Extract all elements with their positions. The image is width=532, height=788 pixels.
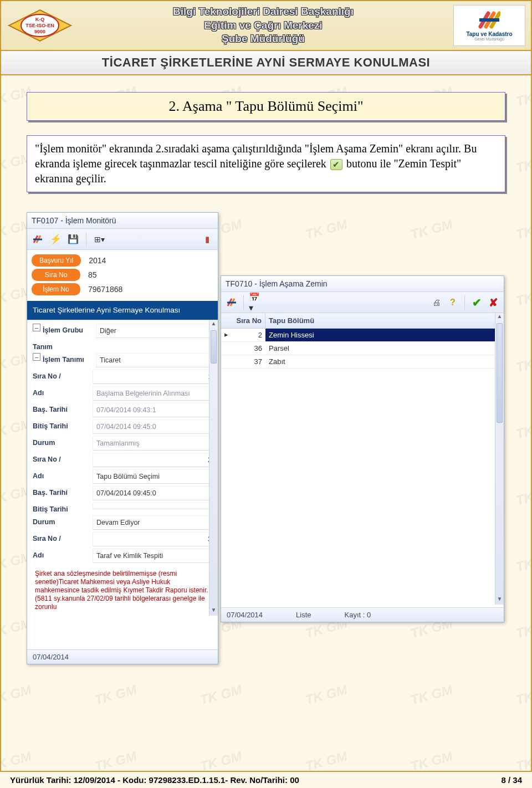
zemin-grid-body: ▸ 2 Zemin Hissesi 36 Parsel 37 Zabıt: [221, 329, 504, 369]
basvuru-yil-value: 2014: [85, 256, 106, 265]
zemin-title: TF0710 - İşlem Aşama Zemin: [221, 276, 504, 292]
monitor-toolbar: ⚡ 💾 ⊞▾ ▮: [27, 229, 218, 250]
monitor-scroll: – İşlem Grubu Diğer Tanım – İşlem Tanımı…: [27, 320, 218, 630]
adi-2[interactable]: Tapu Bölümü Seçimi: [93, 469, 216, 484]
footer-left: Yürürlük Tarihi: 12/09/2014 - Kodu: 9729…: [10, 775, 299, 785]
zemin-status-mode: Liste: [296, 611, 311, 619]
sira-no-value: 85: [85, 270, 97, 279]
calendar-icon[interactable]: 📅▾: [248, 295, 263, 310]
islem-grubu-label: İşlem Grubu: [43, 324, 96, 334]
lightning-icon[interactable]: ⚡: [48, 232, 63, 247]
adi-3[interactable]: Taraf ve Kimlik Tespiti: [93, 549, 216, 563]
scroll-down-icon[interactable]: ▼: [209, 607, 218, 616]
sira-no-label: Sıra No: [32, 269, 80, 281]
window-islem-monitoru: TF0107 - İşlem Monitörü ⚡ 💾 ⊞▾ ▮ Başvuru…: [27, 212, 218, 664]
islem-tanimi-value[interactable]: Ticaret: [96, 353, 216, 367]
monitor-status: 07/04/2014: [27, 649, 218, 664]
adi-label: Adı: [33, 549, 93, 559]
logo-tkgm: Tapu ve Kadastro Genel Müdürlüğü: [453, 5, 525, 46]
print-icon[interactable]: 🖨: [429, 295, 443, 310]
bas-1[interactable]: 07/04/2014 09:43:1: [93, 403, 216, 417]
window-islem-asama-zemin: TF0710 - İşlem Aşama Zemin 📅▾ 🖨 ? ✔ ✘: [221, 275, 504, 622]
separator: [243, 295, 244, 310]
basvuru-yil-label: Başvuru Yıl: [32, 254, 81, 267]
bas-label: Baş. Tarihi: [33, 403, 93, 413]
collapse-icon[interactable]: –: [33, 353, 40, 361]
app-icon[interactable]: [30, 232, 45, 247]
adi-label: Adı: [33, 469, 93, 480]
row-no: 37: [231, 355, 265, 368]
stage-title: 2. Aşama " Tapu Bölümü Seçimi": [168, 98, 363, 114]
islem-tanimi-label: İşlem Tanımı: [43, 353, 96, 364]
monitor-footnote: Şirket ana sözleşmesinde belirtilmemişse…: [27, 566, 218, 611]
zemin-status-count: Kayıt : 0: [345, 611, 371, 619]
sira-3[interactable]: 3: [93, 532, 216, 546]
durum-2[interactable]: Devam Ediyor: [93, 515, 216, 530]
scrollbar[interactable]: ▲ ▼: [495, 313, 504, 605]
header-line1: Bilgi Teknolojileri Dairesi Başkanlığı: [73, 5, 453, 19]
col-tapu-bolumu[interactable]: Tapu Bölümü: [265, 313, 504, 328]
durum-1[interactable]: Tamamlanmış: [93, 436, 216, 451]
durum-label: Durum: [33, 515, 93, 526]
header-titles: Bilgi Teknolojileri Dairesi Başkanlığı E…: [73, 5, 453, 46]
sira-2[interactable]: 2: [93, 453, 216, 467]
cancel-icon[interactable]: ✘: [486, 295, 500, 310]
sira-label: Sıra No /: [33, 453, 93, 463]
zemin-status-date: 07/04/2014: [227, 611, 263, 619]
tanim-label: Tanım: [33, 340, 93, 351]
save-icon[interactable]: 💾: [66, 232, 80, 247]
layout-icon[interactable]: ⊞▾: [92, 232, 106, 247]
svg-text:TSE-ISO-EN: TSE-ISO-EN: [25, 23, 54, 28]
table-row[interactable]: ▸ 2 Zemin Hissesi: [221, 329, 504, 342]
bit-label: Bitiş Tarihi: [33, 503, 93, 513]
scroll-thumb[interactable]: [497, 323, 503, 423]
bit-1[interactable]: 07/04/2014 09:45:0: [93, 419, 216, 434]
scroll-up-icon[interactable]: ▲: [495, 313, 504, 322]
footer-right: 8 / 34: [501, 775, 522, 785]
scroll-down-icon[interactable]: ▼: [495, 596, 504, 605]
header-line2: Eğitim ve Çağrı Merkezi: [73, 19, 453, 33]
table-row[interactable]: 37 Zabıt: [221, 355, 504, 369]
separator: [86, 232, 86, 247]
table-row[interactable]: 36 Parsel: [221, 342, 504, 355]
svg-text:9000: 9000: [34, 29, 45, 34]
monitor-status-date: 07/04/2014: [33, 653, 69, 661]
islem-grubu-value[interactable]: Diğer: [96, 324, 216, 338]
help-icon[interactable]: ?: [446, 295, 460, 310]
separator: [464, 295, 465, 310]
adi-1[interactable]: Başlama Belgelerinin Alınması: [93, 386, 216, 401]
row-no: 2: [231, 329, 265, 341]
device-icon[interactable]: ▮: [200, 232, 214, 247]
content-area: 2. Aşama " Tapu Bölümü Seçimi" "İşlem mo…: [0, 75, 532, 771]
bit-label: Bitiş Tarihi: [33, 419, 93, 430]
scrollbar[interactable]: ▲ ▼: [209, 320, 218, 616]
confirm-icon[interactable]: ✔: [469, 295, 484, 310]
logo-tse: K-Q TSE-ISO-EN 9000: [7, 8, 73, 43]
scroll-up-icon[interactable]: ▲: [209, 320, 218, 329]
logo-right-label: Tapu ve Kadastro: [466, 31, 512, 37]
durum-label: Durum: [33, 436, 93, 447]
page-header: K-Q TSE-ISO-EN 9000 Bilgi Teknolojileri …: [0, 0, 532, 51]
row-name: Zemin Hissesi: [265, 329, 504, 341]
zemin-toolbar: 📅▾ 🖨 ? ✔ ✘: [221, 292, 504, 313]
section-title: TİCARET ŞİRKETLERİNE AYNİ SERMAYE KONULM…: [0, 51, 532, 75]
collapse-icon[interactable]: –: [33, 324, 40, 331]
bit-2[interactable]: [93, 503, 216, 509]
zemin-grid-header: Sıra No Tapu Bölümü: [221, 313, 504, 329]
col-sira-no[interactable]: Sıra No: [231, 313, 265, 328]
scroll-thumb[interactable]: [211, 330, 217, 364]
sira-label: Sıra No /: [33, 532, 93, 543]
app-icon[interactable]: [224, 295, 239, 310]
bas-label: Baş. Tarihi: [33, 486, 93, 497]
header-line3: Şube Müdürlüğü: [73, 32, 453, 46]
monitor-info: Başvuru Yıl 2014 Sıra No 85 İşlem No 796…: [27, 250, 218, 301]
row-no: 36: [231, 342, 265, 355]
row-name: Zabıt: [265, 355, 504, 368]
bas-2[interactable]: 07/04/2014 09:45:0: [93, 486, 216, 500]
paragraph-box: "İşlem monitör" ekranında 2.sıradaki aşa…: [27, 135, 505, 192]
row-name: Parsel: [265, 342, 504, 355]
sira-1[interactable]: 1: [93, 370, 216, 384]
stage-title-box: 2. Aşama " Tapu Bölümü Seçimi": [27, 92, 505, 121]
islem-no-value: 79671868: [85, 285, 122, 294]
svg-text:K-Q: K-Q: [35, 17, 45, 22]
